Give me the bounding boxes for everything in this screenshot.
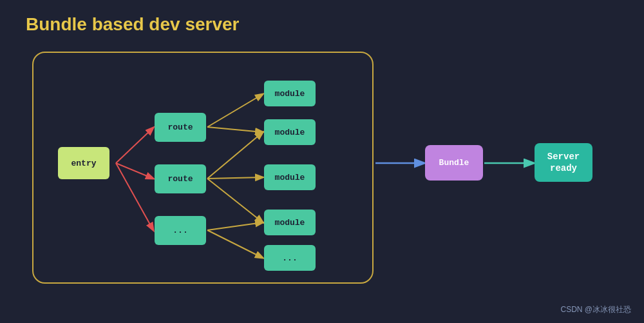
watermark: CSDN @冰冰很社恐: [560, 304, 631, 315]
module2-node: module: [264, 119, 316, 145]
entry-node: entry: [58, 147, 109, 179]
module1-node: module: [264, 81, 316, 106]
page-title: Bundle based dev server: [26, 14, 239, 35]
server-ready-node: Serverready: [535, 143, 592, 182]
route2-node: route: [155, 164, 206, 193]
module3-node: module: [264, 164, 316, 190]
route1-node: route: [155, 113, 206, 142]
bundle-node: Bundle: [425, 145, 483, 181]
diagram-area: entry route route ... module module modu…: [26, 45, 618, 297]
module4-node: module: [264, 210, 316, 235]
dots1-node: ...: [155, 216, 206, 245]
dots2-node: ...: [264, 245, 316, 271]
